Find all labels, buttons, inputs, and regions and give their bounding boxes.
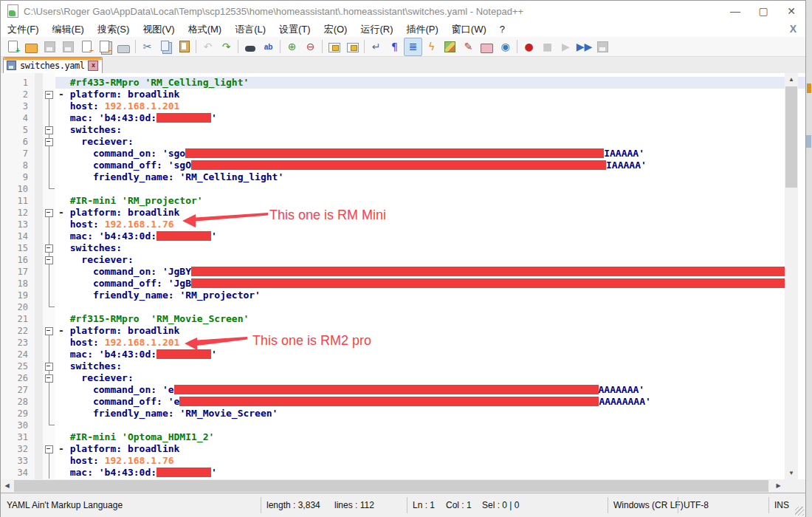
scroll-right-icon[interactable]: ▶ — [772, 479, 785, 493]
show-indent-guide-icon[interactable]: ≣ — [404, 38, 422, 56]
code-line-29[interactable]: 29 friendly_name: 'RM_Movie_Screen' — [1, 408, 783, 420]
replace-icon[interactable]: ab — [259, 38, 278, 56]
fold-marker[interactable] — [43, 124, 55, 136]
redo-icon[interactable]: ↷ — [217, 38, 235, 56]
code-line-23[interactable]: 23 host: 192.168.1.201 — [1, 337, 783, 349]
sync-vertical-scroll-icon[interactable] — [325, 38, 343, 56]
code-line-31[interactable]: 31 #IR-mini 'Optoma_HDMI1_2' — [1, 431, 783, 443]
code-line-4[interactable]: 4 mac: 'b4:43:0d:' — [1, 112, 783, 124]
fold-marker[interactable] — [43, 207, 55, 219]
close-button[interactable]: ✕ — [777, 1, 805, 21]
maximize-button[interactable]: ▢ — [749, 1, 777, 21]
close-all-icon[interactable]: − — [96, 38, 114, 56]
code-line-21[interactable]: 21 #rf315-RMpro 'RM_Movie_Screen' — [1, 313, 783, 325]
show-all-characters-icon[interactable]: ¶ — [385, 38, 404, 56]
code-text[interactable]: command_off: 'JgB — [55, 278, 805, 290]
code-text[interactable]: reciever: — [55, 254, 805, 266]
menu-item-8[interactable]: 运行(R) — [354, 21, 399, 38]
zoom-in-icon[interactable]: ⊕ — [283, 38, 301, 56]
code-text[interactable]: host: 192.168.1.201 — [55, 100, 805, 112]
code-line-2[interactable]: 2- platform: broadlink — [1, 89, 783, 100]
menu-item-7[interactable]: 宏(O) — [317, 21, 354, 38]
fold-marker[interactable] — [43, 254, 55, 266]
menu-item-3[interactable]: 视图(V) — [136, 21, 181, 38]
menu-item-6[interactable]: 设置(T) — [272, 21, 317, 38]
fold-marker[interactable] — [43, 325, 55, 337]
menu-item-11[interactable]: ? — [493, 22, 512, 36]
code-line-20[interactable]: 20 — [1, 301, 783, 313]
code-line-17[interactable]: 17 command_on: 'JgBY — [1, 266, 783, 278]
code-text[interactable] — [55, 183, 805, 195]
file-monitoring-icon[interactable]: ◉ — [496, 38, 515, 56]
code-text[interactable]: switches: — [55, 360, 805, 372]
code-text[interactable]: mac: 'b4:43:0d:' — [55, 467, 805, 479]
code-text[interactable]: command_on: 'eAAAAAAA' — [55, 384, 805, 396]
close-file-icon[interactable]: − — [78, 38, 96, 56]
new-file-icon[interactable]: + — [4, 38, 22, 56]
menu-item-4[interactable]: 格式(M) — [182, 21, 229, 38]
code-text[interactable]: - platform: broadlink — [55, 325, 805, 337]
code-text[interactable]: command_off: 'eAAAAAAAA' — [55, 396, 805, 408]
code-text[interactable]: switches: — [55, 242, 805, 254]
code-line-15[interactable]: 15 switches: — [1, 242, 783, 254]
code-text[interactable]: - platform: broadlink — [55, 89, 805, 100]
code-text[interactable]: - platform: broadlink — [55, 207, 805, 219]
code-text[interactable] — [55, 420, 805, 431]
code-text[interactable]: command_off: 'sgOIAAAAA' — [55, 160, 805, 171]
fold-marker[interactable] — [43, 360, 55, 372]
document-map-icon[interactable] — [441, 38, 459, 56]
code-text[interactable]: #IR-mini 'Optoma_HDMI1_2' — [55, 431, 805, 443]
fold-marker[interactable] — [43, 89, 55, 100]
code-line-11[interactable]: 11 #IR-mini 'RM_projector' — [1, 195, 783, 207]
code-text[interactable]: #rf315-RMpro 'RM_Movie_Screen' — [55, 313, 805, 325]
code-text[interactable]: reciever: — [55, 372, 805, 384]
status-insert-mode[interactable]: INS — [774, 493, 789, 517]
code-text[interactable]: mac: 'b4:43:0d:' — [55, 112, 805, 124]
open-file-icon[interactable] — [22, 38, 41, 56]
code-line-24[interactable]: 24 mac: 'b4:43:0d:' — [1, 349, 783, 360]
menu-item-1[interactable]: 编辑(E) — [46, 21, 91, 38]
horizontal-scroll-thumb[interactable] — [14, 480, 768, 492]
menu-item-5[interactable]: 语言(L) — [228, 21, 272, 38]
code-line-18[interactable]: 18 command_off: 'JgB — [1, 278, 783, 290]
code-line-34[interactable]: 34 mac: 'b4:43:0d:' — [1, 467, 783, 479]
code-text[interactable]: - platform: broadlink — [55, 443, 805, 455]
tab-close-icon[interactable]: x — [88, 61, 98, 71]
menu-item-2[interactable]: 搜索(S) — [91, 21, 136, 38]
scroll-up-icon[interactable]: ▲ — [785, 73, 798, 86]
edit-popup-icon[interactable]: ✎ — [459, 38, 478, 56]
code-text[interactable]: reciever: — [55, 136, 805, 148]
minimize-button[interactable]: — — [721, 1, 749, 21]
code-line-7[interactable]: 7 command_on: 'sgoIAAAAA' — [1, 148, 783, 160]
code-line-26[interactable]: 26 reciever: — [1, 372, 783, 384]
code-text[interactable]: host: 192.168.1.201 — [55, 337, 805, 349]
code-line-9[interactable]: 9 friendly_name: 'RM_Celling_light' — [1, 171, 783, 183]
code-line-5[interactable]: 5 switches: — [1, 124, 783, 136]
code-line-6[interactable]: 6 reciever: — [1, 136, 783, 148]
code-line-8[interactable]: 8 command_off: 'sgOIAAAAA' — [1, 160, 783, 171]
menu-item-9[interactable]: 插件(P) — [399, 21, 444, 38]
fold-marker[interactable] — [43, 242, 55, 254]
scroll-down-icon[interactable]: ▼ — [785, 467, 798, 479]
code-line-12[interactable]: 12- platform: broadlink — [1, 207, 783, 219]
code-line-27[interactable]: 27 command_on: 'eAAAAAAA' — [1, 384, 783, 396]
code-line-16[interactable]: 16 reciever: — [1, 254, 783, 266]
code-text[interactable]: friendly_name: 'RM_projector' — [55, 290, 805, 301]
code-line-25[interactable]: 25 switches: — [1, 360, 783, 372]
code-line-3[interactable]: 3 host: 192.168.1.201 — [1, 100, 783, 112]
macro-run-multiple-icon[interactable]: ▶▶ — [575, 38, 593, 56]
menu-item-0[interactable]: 文件(F) — [1, 21, 46, 38]
code-text[interactable]: mac: 'b4:43:0d:' — [55, 349, 805, 360]
code-text[interactable]: friendly_name: 'RM_Celling_light' — [55, 171, 805, 183]
editor-area[interactable]: 1 #rf433-RMpro 'RM_Celling_light'2- plat… — [1, 73, 805, 479]
copy-icon[interactable] — [156, 38, 175, 56]
zoom-out-icon[interactable]: ⊖ — [301, 38, 320, 56]
function-completion-icon[interactable]: ϟ — [422, 38, 441, 56]
sync-horizontal-scroll-icon[interactable] — [343, 38, 362, 56]
vertical-scrollbar[interactable]: ▲ ▼ — [785, 73, 798, 479]
code-text[interactable] — [55, 301, 805, 313]
code-line-14[interactable]: 14 mac: 'b4:43:0d:' — [1, 230, 783, 242]
code-text[interactable]: #IR-mini 'RM_projector' — [55, 195, 805, 207]
code-line-32[interactable]: 32- platform: broadlink — [1, 443, 783, 455]
code-line-13[interactable]: 13 host: 192.168.1.76 — [1, 219, 783, 230]
